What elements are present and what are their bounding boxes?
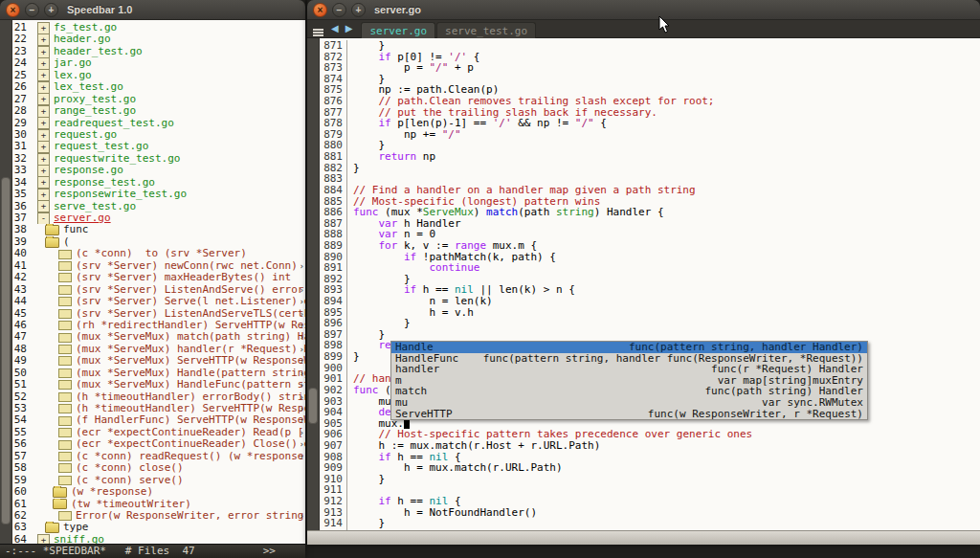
overflow-indicator[interactable]: >> <box>263 545 276 558</box>
speedbar-row[interactable]: 26+lex_test.go <box>12 81 305 93</box>
speedbar-label[interactable]: (c *conn) readRequest() (w *response, <box>76 451 305 462</box>
speedbar-row[interactable]: 29+readrequest_test.go <box>12 118 305 129</box>
speedbar-row[interactable]: 30+request.go <box>12 129 305 141</box>
speedbar-row[interactable]: 53(h *timeoutHandler) ServeHTTP(w Respo› <box>12 403 305 414</box>
minimize-button[interactable]: − <box>25 3 39 17</box>
speedbar-row[interactable]: 23+header_test.go <box>12 46 305 57</box>
expand-icon[interactable]: + <box>37 141 50 152</box>
speedbar-label[interactable]: response.go <box>54 165 123 176</box>
speedbar-label[interactable]: header.go <box>54 33 111 45</box>
speedbar-row[interactable]: 40(c *conn) to (srv *Server) <box>12 248 305 259</box>
menu-icon[interactable] <box>313 29 323 31</box>
completion-item[interactable]: muvar sync.RWMutex <box>391 397 867 409</box>
speedbar-label[interactable]: func <box>63 224 89 235</box>
speedbar-label[interactable]: (srv *Server) ListenAndServeTLS(certF <box>76 308 305 320</box>
speedbar-row[interactable]: 35+responsewrite_test.go <box>12 189 305 200</box>
speedbar-row[interactable]: 47(mux *ServeMux) match(path string) Ha› <box>12 331 305 343</box>
speedbar-row[interactable]: 33+response.go <box>12 165 305 176</box>
speedbar-row[interactable]: 36+serve_test.go <box>12 201 305 212</box>
speedbar-label[interactable]: (c *conn) to (srv *Server) <box>76 248 247 259</box>
speedbar-label[interactable]: (rh *redirectHandler) ServeHTTP(w Res <box>76 320 305 331</box>
speedbar-label[interactable]: (ecr *expectContinueReader) Close() e <box>76 438 305 450</box>
collapse-icon[interactable]: - <box>37 212 50 224</box>
completion-item[interactable]: ServeHTTPfunc(w ResponseWriter, r *Reque… <box>391 409 867 420</box>
speedbar-row[interactable]: 52(h *timeoutHandler) errorBody() strin› <box>12 391 305 403</box>
tab-server.go[interactable]: server.go <box>361 22 435 38</box>
speedbar-label[interactable]: requestwrite_test.go <box>54 153 180 165</box>
speedbar-label[interactable]: (srv *Server) Serve(l net.Listener) e <box>76 296 305 307</box>
code-line[interactable]: 881 return np <box>320 151 980 163</box>
speedbar-label[interactable]: (c *conn) close() <box>76 462 184 474</box>
expand-icon[interactable]: + <box>37 57 50 69</box>
speedbar-label[interactable]: responsewrite_test.go <box>54 189 187 200</box>
code-line[interactable]: 873 p = "/" + p <box>320 62 980 74</box>
speedbar-row[interactable]: 46(rh *redirectHandler) ServeHTTP(w Res› <box>12 320 305 331</box>
speedbar-label[interactable]: (mux *ServeMux) handler(r *Request) H <box>76 344 305 355</box>
expand-icon[interactable]: + <box>37 22 50 33</box>
speedbar-label[interactable]: serve_test.go <box>54 201 136 212</box>
code-line[interactable]: 915 return h <box>320 529 980 530</box>
expand-icon[interactable]: + <box>37 129 50 141</box>
code-area[interactable]: 871 }872 if p[0] != '/' {873 p = "/" + p… <box>320 38 980 530</box>
close-button[interactable]: × <box>313 3 327 17</box>
speedbar-label[interactable]: request.go <box>54 129 117 141</box>
code-line[interactable]: 896 } <box>320 318 980 329</box>
speedbar-row[interactable]: 54(f HandlerFunc) ServeHTTP(w ResponseW› <box>12 414 305 426</box>
speedbar-label[interactable]: (mux *ServeMux) HandleFunc(pattern st <box>76 379 305 391</box>
code-line[interactable]: 913 h = NotFoundHandler() <box>320 507 980 519</box>
expand-icon[interactable]: + <box>37 189 50 200</box>
speedbar-row[interactable]: 24+jar.go <box>12 57 305 69</box>
code-line[interactable]: 879 np += "/" <box>320 129 980 141</box>
expand-icon[interactable]: + <box>37 46 50 57</box>
expand-icon[interactable]: + <box>37 153 50 165</box>
speedbar-label[interactable]: (h *timeoutHandler) errorBody() strin <box>76 391 305 403</box>
speedbar-row[interactable]: 59(c *conn) serve() <box>12 475 305 486</box>
speedbar-row[interactable]: 27+proxy_test.go <box>12 94 305 105</box>
speedbar-label[interactable]: (srv *Server) maxHeaderBytes() int <box>76 272 291 283</box>
speedbar-row[interactable]: 32+requestwrite_test.go <box>12 153 305 165</box>
speedbar-row[interactable]: 34+response_test.go <box>12 177 305 189</box>
speedbar-label[interactable]: Error(w ResponseWriter, error string, c <box>76 510 305 522</box>
speedbar-label[interactable]: (ecr *expectContinueReader) Read(p [ <box>76 427 303 438</box>
speedbar-label[interactable]: type <box>63 522 89 533</box>
speedbar-row[interactable]: 25+lex.go <box>12 70 305 81</box>
expand-icon[interactable]: + <box>37 33 50 45</box>
speedbar-row[interactable]: 28+range_test.go <box>12 105 305 117</box>
speedbar-label[interactable]: jar.go <box>54 57 92 69</box>
minimize-button[interactable]: − <box>332 3 346 17</box>
speedbar-row[interactable]: 57(c *conn) readRequest() (w *response,› <box>12 451 305 462</box>
speedbar-label[interactable]: (mux *ServeMux) match(path string) Ha <box>76 331 305 343</box>
speedbar-row[interactable]: 64+sniff.go <box>12 534 305 544</box>
speedbar-label[interactable]: (srv *Server) ListenAndServe() error <box>76 284 303 296</box>
tab-serve_test.go[interactable]: serve_test.go <box>436 22 536 38</box>
speedbar-label[interactable]: (mux *ServeMux) Handle(pattern string <box>76 368 305 379</box>
speedbar-label[interactable]: (w *response) <box>71 486 153 498</box>
expand-icon[interactable]: + <box>37 81 50 93</box>
speedbar-label[interactable]: server.go <box>54 212 111 224</box>
speedbar-row[interactable]: 50(mux *ServeMux) Handle(pattern string› <box>12 368 305 379</box>
speedbar-label[interactable]: fs_test.go <box>54 22 117 33</box>
expand-icon[interactable]: + <box>37 70 50 81</box>
expand-icon[interactable]: + <box>37 118 50 129</box>
speedbar-label[interactable]: range_test.go <box>54 105 136 117</box>
speedbar-row[interactable]: 49(mux *ServeMux) ServeHTTP(w ResponseW› <box>12 355 305 367</box>
speedbar-label[interactable]: (mux *ServeMux) ServeHTTP(w ResponseW <box>76 355 305 367</box>
speedbar-label[interactable]: ( <box>63 236 70 248</box>
tab-scroll-right-icon[interactable]: ▶ <box>344 21 355 36</box>
maximize-button[interactable]: + <box>44 3 58 17</box>
tab-scroll-left-icon[interactable]: ◀ <box>329 21 341 36</box>
close-button[interactable]: × <box>6 3 20 17</box>
speedbar-label[interactable]: (c *conn) serve() <box>76 475 184 486</box>
completion-item[interactable]: Handlefunc(pattern string, handler Handl… <box>391 342 867 353</box>
maximize-button[interactable]: + <box>351 3 366 17</box>
speedbar-label[interactable]: lex_test.go <box>54 81 123 93</box>
speedbar-label[interactable]: header_test.go <box>54 46 143 57</box>
speedbar-titlebar[interactable]: × − + Speedbar 1.0 <box>0 0 305 20</box>
speedbar-row[interactable]: 21+fs_test.go <box>12 22 305 33</box>
speedbar-row[interactable]: 43(srv *Server) ListenAndServe() error› <box>12 284 305 296</box>
scrollbar-thumb[interactable] <box>308 388 318 424</box>
speedbar-label[interactable]: (srv *Server) newConn(rwc net.Conn) (c <box>76 260 305 272</box>
speedbar-label[interactable]: response_test.go <box>54 177 155 189</box>
speedbar-label[interactable]: sniff.go <box>54 534 104 544</box>
code-line[interactable]: 882} <box>320 163 980 174</box>
